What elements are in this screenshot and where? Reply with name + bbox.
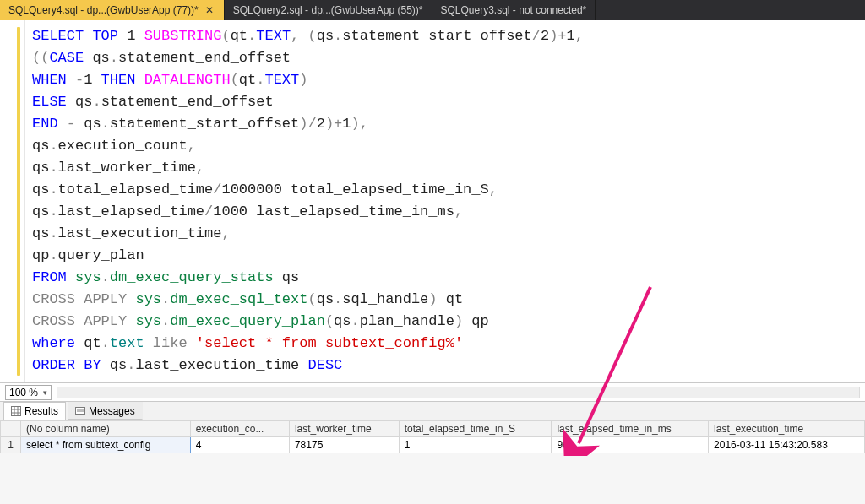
editor-gutter xyxy=(0,20,25,382)
grid-cell[interactable]: 96 xyxy=(552,437,709,453)
row-number[interactable]: 1 xyxy=(1,437,21,453)
grid-cell[interactable]: 1 xyxy=(399,437,552,453)
grid-cell[interactable]: 4 xyxy=(190,437,289,453)
close-icon[interactable]: ✕ xyxy=(204,5,215,15)
grid-cell[interactable]: select * from subtext_config xyxy=(21,437,191,453)
document-tabs: SQLQuery4.sql - dp...(GwbUserApp (77))* … xyxy=(0,0,865,20)
zoom-value: 100 % xyxy=(9,387,38,398)
messages-icon xyxy=(75,406,85,416)
grid-header-row: (No column name) execution_co... last_wo… xyxy=(1,421,865,437)
tab-sqlquery4[interactable]: SQLQuery4.sql - dp...(GwbUserApp (77))* … xyxy=(0,0,225,20)
grid-cell[interactable]: 2016-03-11 15:43:20.583 xyxy=(709,437,865,453)
chevron-down-icon: ▾ xyxy=(43,388,47,397)
col-header[interactable]: last_execution_time xyxy=(709,421,865,437)
zoom-bar: 100 % ▾ xyxy=(0,383,865,402)
row-header-blank xyxy=(1,421,21,437)
col-header[interactable]: last_worker_time xyxy=(289,421,399,437)
col-header[interactable]: total_elapsed_time_in_S xyxy=(399,421,552,437)
tab-label: Messages xyxy=(89,405,135,417)
code-area[interactable]: SELECT TOP 1 SUBSTRING(qt.TEXT, (qs.stat… xyxy=(25,20,865,382)
tab-sqlquery2[interactable]: SQLQuery2.sql - dp...(GwbUserApp (55))* xyxy=(225,0,432,20)
sql-editor[interactable]: SELECT TOP 1 SUBSTRING(qt.TEXT, (qs.stat… xyxy=(0,20,865,383)
zoom-dropdown[interactable]: 100 % ▾ xyxy=(5,385,52,400)
tab-label: SQLQuery3.sql - not connected* xyxy=(441,4,587,16)
tab-label: SQLQuery4.sql - dp...(GwbUserApp (77))* xyxy=(8,4,199,16)
tab-label: Results xyxy=(24,405,58,417)
horizontal-scrollbar[interactable] xyxy=(57,387,860,398)
results-grid[interactable]: (No column name) execution_co... last_wo… xyxy=(0,420,865,453)
results-grid-icon xyxy=(11,406,21,416)
tab-results[interactable]: Results xyxy=(3,402,66,420)
tab-label: SQLQuery2.sql - dp...(GwbUserApp (55))* xyxy=(233,4,423,16)
col-header[interactable]: last_elapsed_time_in_ms xyxy=(552,421,709,437)
col-header[interactable]: (No column name) xyxy=(21,421,191,437)
tab-sqlquery3[interactable]: SQLQuery3.sql - not connected* xyxy=(432,0,596,20)
grid-cell[interactable]: 78175 xyxy=(289,437,399,453)
results-panel-tabs: Results Messages xyxy=(0,402,865,420)
tab-messages[interactable]: Messages xyxy=(68,402,143,420)
svg-rect-0 xyxy=(12,407,21,416)
grid-row[interactable]: 1 select * from subtext_config 4 78175 1… xyxy=(1,437,865,453)
col-header[interactable]: execution_co... xyxy=(190,421,289,437)
